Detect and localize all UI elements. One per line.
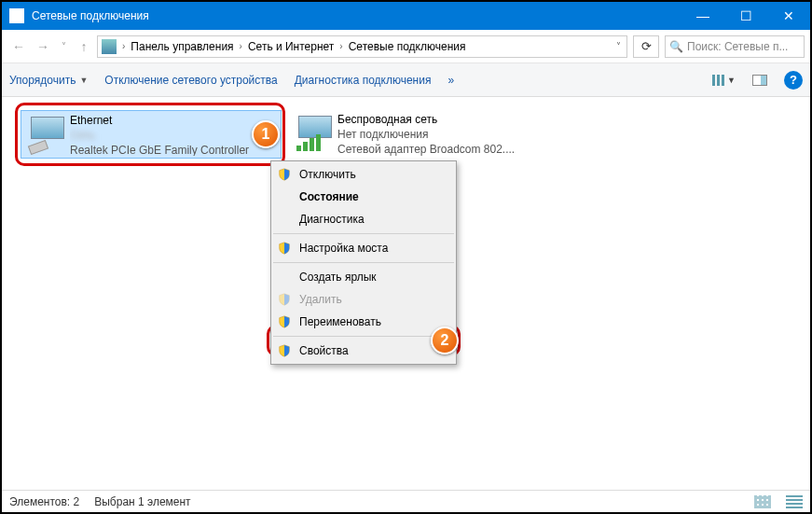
minimize-button[interactable]: — bbox=[681, 2, 724, 30]
app-icon bbox=[9, 8, 24, 23]
address-bar: ← → ˅ ↑ › Панель управления › Сеть и Инт… bbox=[2, 30, 810, 63]
chevron-right-icon: › bbox=[122, 41, 125, 51]
forward-button[interactable]: → bbox=[32, 35, 54, 58]
maximize-button[interactable]: ☐ bbox=[724, 2, 767, 30]
connection-ethernet[interactable]: Ethernet Сеть Realtek PCIe GbE Family Co… bbox=[21, 110, 282, 159]
tiles-view-icon bbox=[712, 75, 725, 86]
chevron-right-icon: › bbox=[240, 41, 242, 51]
connection-name: Беспроводная сеть bbox=[337, 112, 515, 127]
shield-icon bbox=[277, 241, 292, 256]
breadcrumb[interactable]: › Панель управления › Сеть и Интернет › … bbox=[97, 35, 627, 58]
disable-device-button[interactable]: Отключение сетевого устройства bbox=[104, 74, 277, 87]
connection-name: Ethernet bbox=[70, 113, 249, 128]
close-button[interactable]: ✕ bbox=[767, 2, 810, 30]
menu-bridge[interactable]: Настройка моста bbox=[271, 237, 456, 259]
menu-create-shortcut[interactable]: Создать ярлык bbox=[271, 266, 456, 288]
connection-status: Нет подключения bbox=[337, 127, 515, 142]
search-icon: 🔍 bbox=[669, 40, 683, 53]
organize-label: Упорядочить bbox=[9, 74, 76, 87]
status-bar: Элементов: 2 Выбран 1 элемент bbox=[2, 490, 810, 512]
shield-icon bbox=[277, 167, 292, 182]
connection-device: Realtek PCIe GbE Family Controller bbox=[70, 143, 249, 156]
menu-rename[interactable]: Переименовать bbox=[271, 311, 456, 333]
item-count: Элементов: 2 bbox=[9, 495, 79, 508]
preview-pane-icon bbox=[752, 75, 767, 86]
context-menu: Отключить Состояние Диагностика Настройк… bbox=[270, 160, 457, 365]
connection-status: Сеть bbox=[70, 128, 249, 143]
shield-icon bbox=[277, 314, 292, 329]
titlebar: Сетевые подключения — ☐ ✕ bbox=[2, 2, 810, 30]
content-area: Ethernet Сеть Realtek PCIe GbE Family Co… bbox=[2, 97, 810, 490]
command-bar: Упорядочить ▼ Отключение сетевого устрой… bbox=[2, 63, 810, 97]
menu-separator bbox=[273, 336, 454, 337]
menu-properties[interactable]: Свойства bbox=[271, 340, 456, 362]
details-view-icon[interactable] bbox=[786, 495, 803, 508]
menu-disable[interactable]: Отключить bbox=[271, 163, 456, 186]
tiles-view-icon[interactable] bbox=[754, 495, 771, 508]
organize-menu[interactable]: Упорядочить ▼ bbox=[9, 74, 88, 87]
back-button[interactable]: ← bbox=[7, 35, 30, 58]
connection-wifi[interactable]: Беспроводная сеть Нет подключения Сетево… bbox=[289, 110, 550, 159]
search-placeholder: Поиск: Сетевые п... bbox=[687, 40, 788, 53]
wifi-icon bbox=[293, 112, 337, 157]
window-title: Сетевые подключения bbox=[32, 9, 681, 22]
control-panel-icon bbox=[102, 39, 117, 54]
annotation-badge-1: 1 bbox=[252, 120, 280, 148]
annotation-badge-2: 2 bbox=[431, 326, 459, 354]
connection-device: Сетевой адаптер Broadcom 802.... bbox=[337, 142, 515, 157]
menu-delete: Удалить bbox=[271, 288, 456, 311]
window-controls: — ☐ ✕ bbox=[681, 2, 810, 30]
refresh-button[interactable]: ⟳ bbox=[633, 35, 659, 58]
shield-icon bbox=[277, 343, 292, 358]
breadcrumb-item[interactable]: Сетевые подключения bbox=[349, 40, 466, 53]
preview-pane-button[interactable] bbox=[752, 75, 767, 86]
menu-diagnostics[interactable]: Диагностика bbox=[271, 208, 456, 230]
breadcrumb-item[interactable]: Сеть и Интернет bbox=[248, 40, 334, 53]
more-commands-button[interactable]: » bbox=[447, 74, 454, 87]
view-mode-button[interactable]: ▼ bbox=[712, 75, 736, 86]
search-input[interactable]: 🔍 Поиск: Сетевые п... bbox=[665, 35, 805, 58]
breadcrumb-item[interactable]: Панель управления bbox=[131, 40, 233, 53]
shield-icon bbox=[277, 292, 292, 307]
menu-separator bbox=[273, 262, 454, 263]
help-button[interactable]: ? bbox=[784, 71, 803, 90]
up-button[interactable]: ↑ bbox=[73, 35, 95, 58]
ethernet-icon bbox=[25, 113, 70, 158]
dropdown-chevron-icon: ▼ bbox=[79, 76, 88, 85]
chevron-right-icon: › bbox=[339, 41, 342, 51]
menu-separator bbox=[273, 233, 454, 234]
selection-count: Выбран 1 элемент bbox=[94, 495, 190, 508]
dropdown-chevron-icon[interactable]: ˅ bbox=[616, 41, 621, 51]
menu-status[interactable]: Состояние bbox=[271, 186, 456, 208]
recent-button[interactable]: ˅ bbox=[56, 35, 71, 58]
diagnose-button[interactable]: Диагностика подключения bbox=[295, 74, 432, 87]
